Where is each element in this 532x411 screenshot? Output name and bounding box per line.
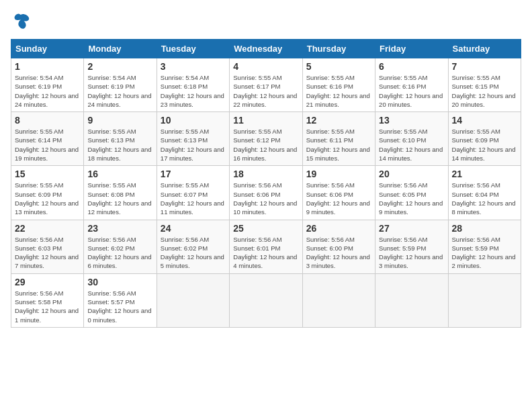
calendar-cell: 3Sunrise: 5:54 AMSunset: 6:18 PMDaylight… <box>157 58 229 112</box>
column-header-friday: Friday <box>375 40 448 58</box>
calendar-cell: 2Sunrise: 5:54 AMSunset: 6:19 PMDaylight… <box>84 58 157 112</box>
day-detail: Sunrise: 5:55 AMSunset: 6:11 PMDaylight:… <box>306 127 371 163</box>
logo <box>11 11 34 31</box>
calendar-cell: 22Sunrise: 5:56 AMSunset: 6:03 PMDayligh… <box>11 220 84 273</box>
day-number: 12 <box>306 115 371 126</box>
day-number: 14 <box>452 115 517 126</box>
calendar-cell: 28Sunrise: 5:56 AMSunset: 5:59 PMDayligh… <box>448 220 521 273</box>
page-header <box>11 11 521 31</box>
calendar-cell: 7Sunrise: 5:55 AMSunset: 6:15 PMDaylight… <box>448 58 521 112</box>
day-detail: Sunrise: 5:56 AMSunset: 6:04 PMDaylight:… <box>452 181 517 216</box>
day-number: 3 <box>161 61 226 72</box>
day-number: 5 <box>306 61 371 72</box>
day-detail: Sunrise: 5:56 AMSunset: 6:02 PMDaylight:… <box>161 235 226 271</box>
column-header-saturday: Saturday <box>448 40 521 58</box>
week-row-3: 15Sunrise: 5:55 AMSunset: 6:09 PMDayligh… <box>11 166 521 220</box>
logo-icon <box>11 11 31 31</box>
day-detail: Sunrise: 5:55 AMSunset: 6:16 PMDaylight:… <box>379 73 444 109</box>
calendar-cell: 27Sunrise: 5:56 AMSunset: 5:59 PMDayligh… <box>375 220 448 273</box>
day-number: 27 <box>379 223 444 234</box>
day-number: 18 <box>233 169 298 179</box>
calendar-body: 1Sunrise: 5:54 AMSunset: 6:19 PMDaylight… <box>11 58 521 328</box>
calendar-cell: 29Sunrise: 5:56 AMSunset: 5:58 PMDayligh… <box>11 273 84 327</box>
day-number: 4 <box>233 61 298 72</box>
day-detail: Sunrise: 5:54 AMSunset: 6:18 PMDaylight:… <box>161 73 226 109</box>
day-detail: Sunrise: 5:56 AMSunset: 6:03 PMDaylight:… <box>15 235 80 271</box>
day-detail: Sunrise: 5:56 AMSunset: 5:59 PMDaylight:… <box>452 235 517 271</box>
calendar-cell <box>302 273 375 327</box>
day-number: 16 <box>87 169 152 179</box>
day-detail: Sunrise: 5:55 AMSunset: 6:13 PMDaylight:… <box>87 127 152 163</box>
calendar-table: SundayMondayTuesdayWednesdayThursdayFrid… <box>11 39 521 328</box>
day-number: 23 <box>87 223 152 234</box>
calendar-cell: 9Sunrise: 5:55 AMSunset: 6:13 PMDaylight… <box>84 112 157 166</box>
calendar-cell: 19Sunrise: 5:56 AMSunset: 6:06 PMDayligh… <box>302 166 375 220</box>
day-number: 29 <box>15 277 80 287</box>
calendar-cell: 25Sunrise: 5:56 AMSunset: 6:01 PMDayligh… <box>230 220 302 273</box>
week-row-4: 22Sunrise: 5:56 AMSunset: 6:03 PMDayligh… <box>11 220 521 273</box>
column-header-wednesday: Wednesday <box>230 40 302 58</box>
week-row-5: 29Sunrise: 5:56 AMSunset: 5:58 PMDayligh… <box>11 273 521 327</box>
calendar-cell: 17Sunrise: 5:55 AMSunset: 6:07 PMDayligh… <box>157 166 229 220</box>
day-number: 2 <box>87 61 152 72</box>
day-detail: Sunrise: 5:55 AMSunset: 6:08 PMDaylight:… <box>87 181 152 216</box>
calendar-cell: 10Sunrise: 5:55 AMSunset: 6:13 PMDayligh… <box>157 112 229 166</box>
calendar-cell: 13Sunrise: 5:55 AMSunset: 6:10 PMDayligh… <box>375 112 448 166</box>
day-detail: Sunrise: 5:55 AMSunset: 6:13 PMDaylight:… <box>161 127 226 163</box>
day-detail: Sunrise: 5:56 AMSunset: 5:57 PMDaylight:… <box>87 289 152 324</box>
day-detail: Sunrise: 5:55 AMSunset: 6:17 PMDaylight:… <box>233 73 298 109</box>
day-number: 7 <box>452 61 517 72</box>
day-number: 1 <box>15 61 80 72</box>
day-number: 11 <box>233 115 298 126</box>
day-number: 22 <box>15 223 80 234</box>
day-detail: Sunrise: 5:55 AMSunset: 6:10 PMDaylight:… <box>379 127 444 163</box>
day-number: 26 <box>306 223 371 234</box>
day-number: 13 <box>379 115 444 126</box>
day-number: 24 <box>161 223 226 234</box>
day-detail: Sunrise: 5:56 AMSunset: 6:00 PMDaylight:… <box>306 235 371 271</box>
day-detail: Sunrise: 5:55 AMSunset: 6:07 PMDaylight:… <box>161 181 226 216</box>
calendar-cell: 8Sunrise: 5:55 AMSunset: 6:14 PMDaylight… <box>11 112 84 166</box>
calendar-cell: 20Sunrise: 5:56 AMSunset: 6:05 PMDayligh… <box>375 166 448 220</box>
day-number: 30 <box>87 277 152 287</box>
calendar-cell <box>448 273 521 327</box>
day-number: 6 <box>379 61 444 72</box>
day-detail: Sunrise: 5:56 AMSunset: 6:01 PMDaylight:… <box>233 235 298 271</box>
calendar-cell <box>157 273 229 327</box>
day-detail: Sunrise: 5:56 AMSunset: 6:06 PMDaylight:… <box>233 181 298 216</box>
day-detail: Sunrise: 5:54 AMSunset: 6:19 PMDaylight:… <box>87 73 152 109</box>
calendar-cell: 15Sunrise: 5:55 AMSunset: 6:09 PMDayligh… <box>11 166 84 220</box>
calendar-cell <box>375 273 448 327</box>
column-header-monday: Monday <box>84 40 157 58</box>
calendar-cell: 11Sunrise: 5:55 AMSunset: 6:12 PMDayligh… <box>230 112 302 166</box>
day-number: 28 <box>452 223 517 234</box>
day-detail: Sunrise: 5:56 AMSunset: 6:06 PMDaylight:… <box>306 181 371 216</box>
day-number: 20 <box>379 169 444 179</box>
day-detail: Sunrise: 5:56 AMSunset: 6:05 PMDaylight:… <box>379 181 444 216</box>
day-detail: Sunrise: 5:54 AMSunset: 6:19 PMDaylight:… <box>15 73 80 109</box>
week-row-2: 8Sunrise: 5:55 AMSunset: 6:14 PMDaylight… <box>11 112 521 166</box>
calendar-cell: 6Sunrise: 5:55 AMSunset: 6:16 PMDaylight… <box>375 58 448 112</box>
calendar-cell: 18Sunrise: 5:56 AMSunset: 6:06 PMDayligh… <box>230 166 302 220</box>
calendar-cell: 16Sunrise: 5:55 AMSunset: 6:08 PMDayligh… <box>84 166 157 220</box>
day-number: 15 <box>15 169 80 179</box>
day-detail: Sunrise: 5:55 AMSunset: 6:09 PMDaylight:… <box>452 127 517 163</box>
day-number: 8 <box>15 115 80 126</box>
day-number: 10 <box>161 115 226 126</box>
column-header-sunday: Sunday <box>11 40 84 58</box>
day-number: 17 <box>161 169 226 179</box>
day-number: 19 <box>306 169 371 179</box>
day-detail: Sunrise: 5:55 AMSunset: 6:14 PMDaylight:… <box>15 127 80 163</box>
calendar-cell: 23Sunrise: 5:56 AMSunset: 6:02 PMDayligh… <box>84 220 157 273</box>
calendar-cell: 24Sunrise: 5:56 AMSunset: 6:02 PMDayligh… <box>157 220 229 273</box>
day-detail: Sunrise: 5:55 AMSunset: 6:12 PMDaylight:… <box>233 127 298 163</box>
day-detail: Sunrise: 5:56 AMSunset: 5:59 PMDaylight:… <box>379 235 444 271</box>
calendar-cell: 26Sunrise: 5:56 AMSunset: 6:00 PMDayligh… <box>302 220 375 273</box>
day-detail: Sunrise: 5:55 AMSunset: 6:16 PMDaylight:… <box>306 73 371 109</box>
column-header-thursday: Thursday <box>302 40 375 58</box>
day-detail: Sunrise: 5:55 AMSunset: 6:15 PMDaylight:… <box>452 73 517 109</box>
calendar-cell: 30Sunrise: 5:56 AMSunset: 5:57 PMDayligh… <box>84 273 157 327</box>
calendar-cell: 21Sunrise: 5:56 AMSunset: 6:04 PMDayligh… <box>448 166 521 220</box>
calendar-cell <box>230 273 302 327</box>
day-number: 25 <box>233 223 298 234</box>
